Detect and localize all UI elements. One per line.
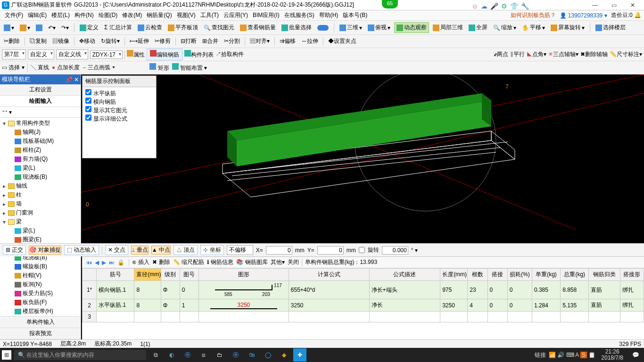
trim-button[interactable]: ✂修剪 [153,36,173,46]
sum-button[interactable]: Σ 汇总计算 [102,23,134,33]
align-button[interactable]: ▤对齐▾ [248,36,272,46]
tree-node[interactable]: ▸墙 [2,199,80,208]
taskbar-app-5[interactable]: ◆ [277,348,290,362]
snap-coord[interactable]: ⊹ 坐标 [200,245,223,255]
taskbar-edge-icon[interactable]: ⓔ [181,348,194,362]
tree-node[interactable]: 柱帽(V) [2,271,80,280]
taskbar-app-2[interactable]: ⧈ [197,348,210,362]
menu-modify[interactable]: 修改(M) [120,10,144,20]
category-select[interactable]: 自定义 [28,49,54,59]
rotate-input[interactable] [382,246,408,255]
tree-node[interactable]: 板受力筋(S) [2,289,80,298]
ortho-toggle[interactable]: ⊞ 正交 [3,245,26,255]
two-point-button[interactable]: ⸙两点 [494,50,508,58]
sidebar-tab-single[interactable]: 单构件输入 [0,317,81,328]
move-button[interactable]: ✥移动 [77,36,97,46]
taskbar-app-3[interactable]: 🗀 [213,348,226,362]
select-tool-button[interactable]: ▭ 选择 ▾ [2,64,25,72]
floor-select[interactable]: 第7层 [2,49,26,59]
select-floor-button[interactable]: 选择楼层 [594,23,627,33]
code-select[interactable]: ZDYX-17 [90,50,123,59]
define-button[interactable]: 定义 [78,23,100,33]
help-link[interactable]: 如何识别板负筋？ [511,11,556,19]
menu-component[interactable]: 构件(N) [73,10,96,20]
view-rebar-button[interactable]: 查看钢筋量 [238,23,278,33]
tree-node[interactable]: 板负筋(F) [2,298,80,307]
tree-node[interactable]: ▾常用构件类型 [2,119,80,128]
maximize-button[interactable]: ▭ [604,0,623,10]
screen-rotate-button[interactable]: 屏幕旋转▾ [549,23,586,33]
delete-button[interactable]: ✂删除 [2,36,22,46]
menu-view[interactable]: 视图(V) [175,10,198,20]
table-insert-button[interactable]: ⊕ 插入 [132,258,149,266]
taskbar-store-icon[interactable]: 🛍 [245,348,258,362]
arc-button[interactable]: ⌢ 三点画弧 ▾ [83,64,116,72]
minimize-button[interactable]: — [586,0,604,10]
dynamic-view-button[interactable]: 动态观察 [394,22,429,33]
dyn-input-toggle[interactable]: ⬚ 动态输入 [64,245,99,255]
edit-rebar-button[interactable]: 编辑钢筋 [147,49,182,60]
tree-node[interactable]: 筏板基础(M) [2,137,80,146]
sidebar-tab-project[interactable]: 工程设置 [0,84,81,96]
taskbar-app-4[interactable]: ◯ [261,348,274,362]
taskbar-link-label[interactable]: 链接 [535,351,546,359]
taskbar-search[interactable]: 🔍 在这里输入你要搜索的内容 [14,350,146,360]
grip-button[interactable]: ◆设置夹点 [326,36,358,46]
tree-node[interactable]: ▸轴线 [2,181,80,190]
line-button[interactable]: ╲ 直线 [31,64,49,72]
flat-button[interactable]: 平齐板顶 [166,23,200,33]
menu-help[interactable]: 帮助(H) [317,10,340,20]
taskbar-clock[interactable]: 21:262018/7/8 [598,349,626,361]
tray-icon[interactable]: 📶 🔊 ⌨ A S 📋 [549,352,595,358]
task-view-icon[interactable]: ⧉ [149,348,162,362]
pan-button[interactable]: ✋平移▾ [520,23,547,33]
rotate-button[interactable]: ↻旋转▾ [99,36,122,46]
3d-button[interactable]: 三维▾ [338,23,364,33]
table-scale-button[interactable]: 📏 缩尺配筋 [173,258,204,266]
taskbar-ie-icon[interactable]: ⓔ [229,348,242,362]
merge-button[interactable]: ⊞合并 [200,36,220,46]
rebar-check[interactable]: 显示其它图元 [85,106,153,115]
menu-edit[interactable]: 编辑(E) [26,10,49,20]
smart-layout-button[interactable]: 智能布置 ▾ [172,63,207,72]
table-other-button[interactable]: 其他▾ [271,258,285,266]
break-button[interactable]: ⊟打断 [179,36,198,46]
tree-node[interactable]: 框柱(Z) [2,146,80,155]
tree-node[interactable]: 剪力墙(Q) [2,155,80,164]
parallel-button[interactable]: ∥平行 [510,50,525,58]
menu-cloud[interactable]: 云应用(Y) [222,10,250,20]
aux-axis-button[interactable]: ✳三点辅轴▾ [548,50,578,58]
table-delete-button[interactable]: ✖ 删除 [152,258,170,266]
menu-bim[interactable]: BIM应用(I) [251,10,281,20]
mirror-button[interactable]: ▥镜像 [50,36,71,46]
menu-online[interactable]: 在线服务(S) [282,10,316,20]
snap-mid[interactable]: ▲ 中点 [151,246,171,255]
save-button[interactable] [34,24,44,32]
tree-node[interactable]: 轴网(J) [2,128,80,137]
menu-file[interactable]: 文件(F) [3,10,25,20]
tree-node[interactable]: 梁(L) [2,226,80,235]
rotate-check[interactable] [359,247,365,253]
menu-rebar[interactable]: 钢筋量(Q) [145,10,173,20]
offset-mode-select[interactable]: 不偏移 [227,245,253,255]
menu-tools[interactable]: 工具(T) [198,10,221,20]
taskbar-app-1[interactable]: ◐ [165,348,178,362]
snap-perp[interactable]: ⟂ 垂点 [131,246,148,255]
zoom-button[interactable]: 🔍缩放▾ [491,23,518,33]
osnap-toggle[interactable]: 🎯 对象捕捉 [29,246,61,255]
tree-node[interactable]: 螺旋板(B) [2,262,80,271]
menu-version[interactable]: 版本号(B) [341,10,369,20]
rect-button[interactable]: 矩形 [149,63,169,72]
table-row[interactable]: 2水平纵筋.18Φ132503250净长32504001.2845.135直筋绑… [83,299,644,312]
find-button[interactable]: 🔍查找图元 [202,23,236,33]
sidebar-tab-draw[interactable]: 绘图输入 [0,96,81,107]
toggle-button[interactable] [315,24,330,32]
extend-button[interactable]: ⟼延伸 [128,36,151,46]
cloud-check-button[interactable]: 云检查 [136,23,164,33]
notification-icon[interactable]: 💬 [629,348,642,362]
rebar-table[interactable]: 筋号直径(mm)级别图号图形计算公式公式描述长度(mm)根数搭接损耗(%)单重(… [82,268,644,322]
taskbar-app-6[interactable]: ✚ [293,348,306,362]
table-row[interactable]: 3 [83,312,644,322]
split-button[interactable]: ✂分割 [222,36,242,46]
open-button[interactable]: ▾ [18,24,32,32]
